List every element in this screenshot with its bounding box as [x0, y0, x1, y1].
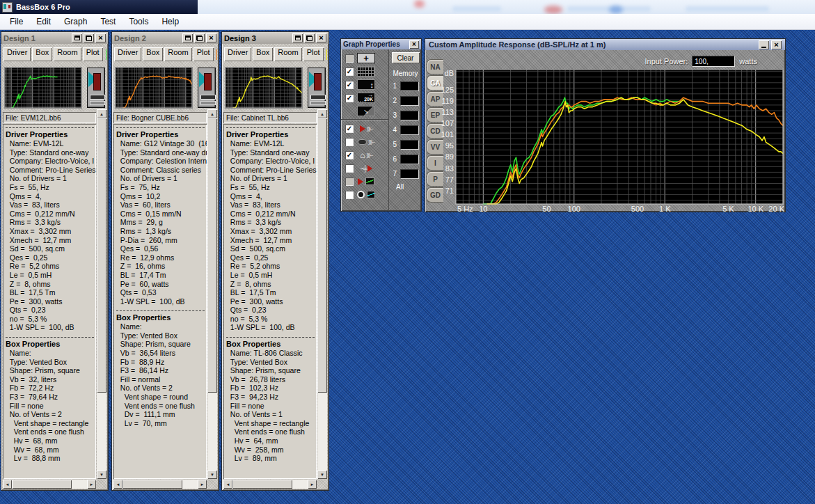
- amplitude-response-chart[interactable]: dB12511911310710195898377715 Hz105010050…: [439, 70, 785, 213]
- scroll-right-icon[interactable]: [198, 480, 207, 489]
- scrollbar-thumb[interactable]: [122, 480, 182, 489]
- menu-test[interactable]: Test: [94, 15, 122, 29]
- box-button[interactable]: Box: [143, 47, 163, 61]
- palette-titlebar[interactable]: Graph Properties: [341, 39, 421, 49]
- option-checkbox[interactable]: ✓: [345, 68, 354, 76]
- horizontal-scrollbar[interactable]: [113, 480, 207, 489]
- plot-button[interactable]: Plot: [303, 47, 324, 61]
- design-titlebar[interactable]: Design 2: [112, 32, 219, 44]
- box-button[interactable]: Box: [32, 47, 52, 61]
- close-icon[interactable]: [409, 40, 419, 49]
- box-property-line: Hv = 68, mm: [6, 436, 96, 446]
- menu-help[interactable]: Help: [155, 15, 186, 29]
- memory-slot-swatch[interactable]: [400, 96, 419, 106]
- plot-button[interactable]: Plot: [193, 47, 214, 61]
- duplicate-button[interactable]: [84, 33, 94, 42]
- scroll-left-icon[interactable]: [113, 480, 122, 489]
- horizontal-scrollbar[interactable]: [223, 480, 317, 489]
- option-checkbox[interactable]: ✓: [345, 81, 354, 89]
- vertical-scrollbar[interactable]: [207, 109, 217, 479]
- input-power-unit: watts: [739, 57, 757, 65]
- scroll-left-icon[interactable]: [223, 480, 232, 489]
- driver-button[interactable]: Driver: [3, 47, 31, 61]
- scrollbar-thumb[interactable]: [232, 480, 292, 489]
- close-button[interactable]: [95, 33, 106, 42]
- scroll-up-icon[interactable]: [97, 109, 106, 118]
- scrollbar-thumb[interactable]: [97, 118, 106, 393]
- memory-slot-swatch[interactable]: [400, 81, 419, 91]
- close-button[interactable]: [206, 33, 216, 42]
- memory-slot-swatch[interactable]: [400, 140, 419, 150]
- memory-all-label[interactable]: All: [396, 183, 404, 191]
- option-checkbox[interactable]: [345, 138, 354, 146]
- memory-slot-swatch[interactable]: [400, 125, 419, 135]
- design-titlebar[interactable]: Design 3: [222, 32, 329, 44]
- box-property-line: Vent ends = one flush: [226, 427, 317, 436]
- memory-slot-number: 3: [392, 111, 397, 119]
- option-checkbox[interactable]: [345, 164, 354, 173]
- box-property-line: Type: Vented Box: [226, 358, 317, 367]
- dashed-separator: [6, 337, 94, 338]
- scroll-down-icon[interactable]: [97, 470, 106, 479]
- driver-button[interactable]: Driver: [114, 47, 141, 61]
- close-button[interactable]: [316, 33, 326, 42]
- save-button[interactable]: [292, 33, 303, 42]
- option-icon-text: 20K: [364, 97, 373, 102]
- minimize-button[interactable]: [759, 40, 769, 49]
- room-button[interactable]: Room: [274, 47, 301, 61]
- menu-edit[interactable]: Edit: [30, 15, 58, 29]
- room-button[interactable]: Room: [164, 47, 191, 61]
- option-checkbox[interactable]: ✓: [345, 125, 354, 133]
- scroll-down-icon[interactable]: [207, 470, 217, 479]
- memory-slot-swatch[interactable]: [400, 155, 419, 164]
- driver-property-line: Pe = 60, watts: [116, 280, 207, 289]
- driver-property-line: 1-W SPL = 100, dB: [116, 297, 207, 306]
- scroll-left-icon[interactable]: [3, 480, 12, 489]
- scroll-right-icon[interactable]: [87, 480, 96, 489]
- duplicate-button[interactable]: [194, 33, 205, 42]
- vertical-scrollbar[interactable]: [317, 109, 327, 479]
- design-titlebar[interactable]: Design 1: [1, 32, 108, 44]
- box-property-line: No. of Vents = 2: [116, 384, 207, 393]
- memory-slot-swatch[interactable]: [400, 169, 419, 179]
- app-titlebar[interactable]: BassBox 6 Pro: [0, 0, 198, 14]
- horizontal-scrollbar[interactable]: [3, 480, 96, 489]
- properties-list: Driver Properties Name: EVM-12L Type: St…: [3, 124, 96, 479]
- plot-button[interactable]: Plot: [83, 47, 103, 61]
- scroll-right-icon[interactable]: [308, 480, 317, 489]
- memory-slot-row: 3: [392, 108, 419, 123]
- room-button[interactable]: Room: [54, 47, 81, 61]
- menu-file[interactable]: File: [3, 15, 30, 29]
- driver-property-line: Pe = 300, watts: [6, 297, 96, 306]
- close-button[interactable]: [771, 40, 782, 49]
- vent-shelf-icon: [90, 101, 105, 105]
- option-checkbox[interactable]: ✓: [345, 94, 354, 102]
- design-preview: [1, 64, 108, 111]
- memory-slot-swatch[interactable]: [400, 111, 419, 120]
- driver-property-line: Mms = 29, g: [116, 218, 207, 227]
- driver-property-line: Xmech = 12,7 mm: [6, 236, 96, 245]
- save-button[interactable]: [182, 33, 193, 42]
- duplicate-button[interactable]: [304, 33, 315, 42]
- box-property-line: No. of Vents = 1: [226, 410, 317, 419]
- input-power-field[interactable]: [692, 56, 735, 67]
- option-checkbox[interactable]: ✓: [345, 151, 354, 159]
- clear-button[interactable]: Clear: [392, 52, 420, 63]
- graph-titlebar[interactable]: Custom Amplitude Response (dB-SPL/Hz at …: [425, 39, 785, 50]
- option-checkbox[interactable]: [345, 191, 354, 199]
- scrollbar-thumb[interactable]: [207, 118, 217, 393]
- scroll-up-icon[interactable]: [317, 109, 327, 118]
- driver-button[interactable]: Driver: [224, 47, 251, 61]
- x-tick-label: 50: [542, 205, 551, 213]
- menu-graph[interactable]: Graph: [58, 15, 94, 29]
- scroll-up-icon[interactable]: [207, 109, 217, 118]
- scrollbar-thumb[interactable]: [12, 480, 72, 489]
- save-button[interactable]: [72, 33, 82, 42]
- scroll-down-icon[interactable]: [317, 470, 327, 479]
- menu-tools[interactable]: Tools: [122, 15, 155, 29]
- memory-slot-row: 7: [392, 166, 419, 181]
- vertical-scrollbar[interactable]: [97, 109, 106, 479]
- scrollbar-thumb[interactable]: [317, 118, 327, 393]
- design-window-3: Design 3 Driver Box Room Plot File: Cabi…: [221, 31, 329, 491]
- box-button[interactable]: Box: [253, 47, 273, 61]
